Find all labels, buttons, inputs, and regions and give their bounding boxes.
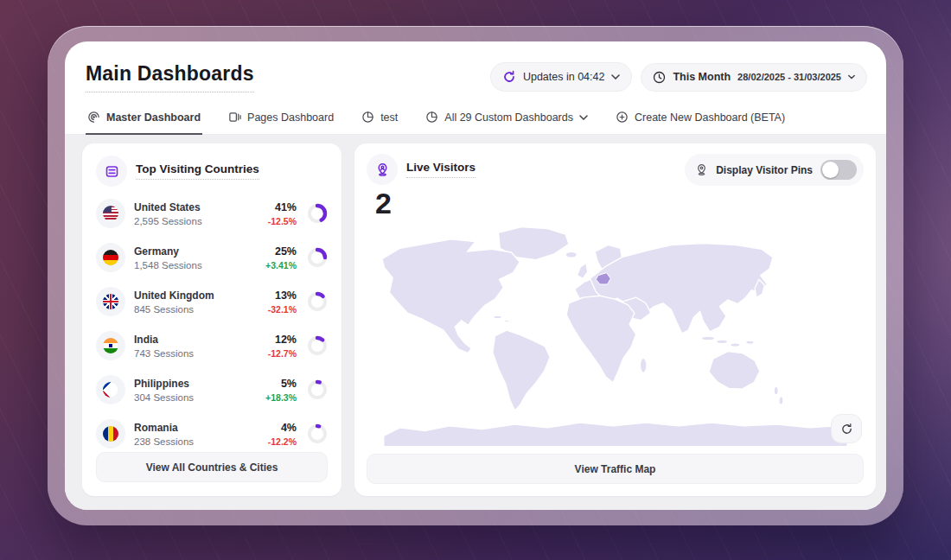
country-meta: India743 Sessions [134,334,259,359]
flag-glyph [103,206,118,221]
country-sessions: 2,595 Sessions [134,216,259,226]
country-name: Philippines [134,378,257,390]
list-icon [96,156,127,187]
live-visitors-header: Live Visitors Display Visitor Pins [367,154,864,186]
country-meta: Philippines304 Sessions [134,378,257,403]
gauge-icon [87,111,100,124]
country-row[interactable]: United Kingdom845 Sessions13%-32.1% [96,283,328,320]
country-donut-chart [307,423,328,444]
countries-list: United States2,595 Sessions41%-12.5%Germ… [96,195,328,452]
country-sessions: 238 Sessions [134,436,259,447]
countries-panel-header: Top Visiting Countries [96,156,328,187]
country-percent: 12% [268,334,297,346]
refresh-icon [502,70,516,84]
page-title: Main Dashboards [86,62,254,92]
country-name: United States [134,201,259,213]
ph-flag-icon [96,375,125,404]
country-percent: 25% [265,245,297,258]
country-row[interactable]: Germany1,548 Sessions25%+3.41% [96,239,328,276]
tab-all-custom-dashboards[interactable]: All 29 Custom Dashboards [424,103,590,135]
visitor-pins-toggle[interactable] [820,160,857,180]
country-meta: United States2,595 Sessions [134,201,259,226]
tab-test[interactable]: test [360,103,399,135]
period-range: 28/02/2025 - 31/03/2025 [737,72,841,82]
tab-create-new-dashboard[interactable]: Create New Dashboard (BETA) [614,103,787,135]
tab-pages-dashboard[interactable]: Pages Dashboard [227,103,335,135]
country-stats: 5%+18.3% [265,378,297,403]
display-visitor-pins-control[interactable]: Display Visitor Pins [685,154,864,186]
country-stats: 4%-12.2% [268,422,297,447]
tab-label: Pages Dashboard [247,111,334,124]
country-change: -12.5% [268,216,297,226]
tab-master-dashboard[interactable]: Master Dashboard [86,103,202,135]
tab-bar: Master Dashboard Pages Dashboard test Al… [65,103,886,135]
country-change: -12.2% [268,436,297,447]
pages-icon [228,111,241,124]
card-header: Main Dashboards Updates in 04:42 This Mo… [65,41,886,92]
ro-flag-icon [96,419,125,449]
country-donut-chart [307,379,328,400]
country-stats: 13%-32.1% [268,290,297,315]
country-change: -12.7% [268,348,297,359]
country-meta: United Kingdom845 Sessions [134,290,259,315]
country-row[interactable]: Romania238 Sessions4%-12.2% [96,416,328,452]
chevron-down-icon [579,115,588,120]
pins-toggle-label: Display Visitor Pins [716,164,813,176]
tab-label: Master Dashboard [106,111,201,124]
country-row[interactable]: Philippines304 Sessions5%+18.3% [96,372,328,408]
view-traffic-map-button[interactable]: View Traffic Map [367,454,864,484]
country-name: United Kingdom [134,290,259,302]
country-meta: Germany1,548 Sessions [134,245,257,270]
period-label: This Month [673,71,731,83]
toggle-knob [822,162,839,178]
updates-pill[interactable]: Updates in 04:42 [490,62,633,92]
country-meta: Romania238 Sessions [134,422,259,447]
country-stats: 12%-12.7% [268,334,297,359]
countries-panel-title: Top Visiting Countries [136,162,259,180]
flag-glyph [103,250,118,265]
country-percent: 4% [268,422,297,434]
refresh-icon [840,423,853,436]
flag-glyph [103,426,118,442]
tab-label: Create New Dashboard (BETA) [635,111,785,124]
header-controls: Updates in 04:42 This Month 28/02/2025 -… [490,62,867,92]
map-refresh-button[interactable] [831,414,862,443]
clock-icon [653,71,666,84]
country-change: +18.3% [265,392,297,403]
world-map [367,221,864,447]
chevron-down-icon [611,74,620,80]
country-name: Romania [134,422,259,434]
country-percent: 41% [268,201,297,213]
tab-label: test [380,111,398,124]
view-all-countries-button[interactable]: View All Countries & Cities [96,452,328,482]
country-change: +3.41% [265,260,297,270]
live-visitors-panel: Live Visitors Display Visitor Pins 2 [354,143,876,496]
visitor-pin-icon [367,154,398,185]
gb-flag-icon [96,287,125,316]
country-donut-chart [307,291,328,312]
in-flag-icon [96,331,125,360]
date-range-pill[interactable]: This Month 28/02/2025 - 31/03/2025 [641,63,867,92]
pin-icon [695,163,708,176]
flag-glyph [103,338,118,353]
country-change: -32.1% [268,304,297,315]
country-row[interactable]: India743 Sessions12%-12.7% [96,328,328,364]
updates-label: Updates in 04:42 [523,71,605,83]
de-flag-icon [96,243,125,272]
country-sessions: 845 Sessions [134,304,259,315]
tab-label: All 29 Custom Dashboards [444,111,573,124]
live-visitor-count: 2 [375,188,864,220]
content-area: Top Visiting Countries United States2,59… [65,135,886,510]
plus-circle-icon [616,111,629,124]
country-sessions: 743 Sessions [134,348,259,359]
country-stats: 41%-12.5% [268,201,297,226]
country-donut-chart [307,203,328,224]
pie-chart-icon [361,111,374,124]
country-name: Germany [134,245,257,258]
top-visiting-countries-panel: Top Visiting Countries United States2,59… [82,143,341,496]
chevron-down-icon [848,74,855,80]
country-row[interactable]: United States2,595 Sessions41%-12.5% [96,195,328,232]
country-sessions: 1,548 Sessions [134,260,257,270]
flag-glyph [103,382,118,398]
flag-glyph [103,294,118,309]
